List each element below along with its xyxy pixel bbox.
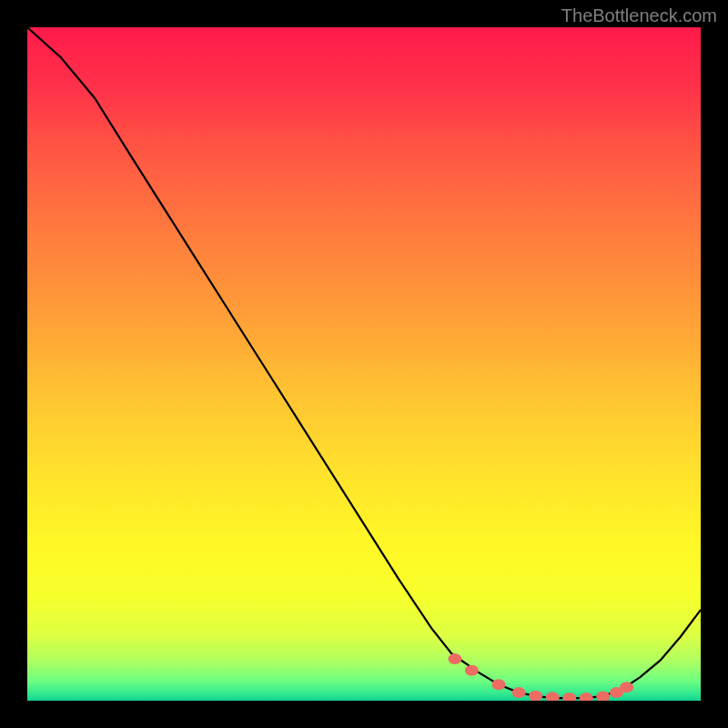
curve-marker [562, 693, 576, 701]
curve-marker [448, 653, 461, 664]
curve-line [27, 27, 701, 701]
curve-marker [546, 692, 560, 701]
attribution-text: TheBottleneck.com [561, 5, 717, 26]
curve-marker [620, 682, 633, 693]
chart-container: TheBottleneck.com [0, 0, 728, 728]
curve-marker [596, 692, 610, 701]
curve-marker [512, 687, 526, 698]
curve-marker [529, 691, 542, 701]
curve-marker [492, 679, 506, 690]
plot-area [27, 27, 701, 701]
curve-marker [465, 665, 479, 676]
curve-marker [580, 693, 593, 701]
